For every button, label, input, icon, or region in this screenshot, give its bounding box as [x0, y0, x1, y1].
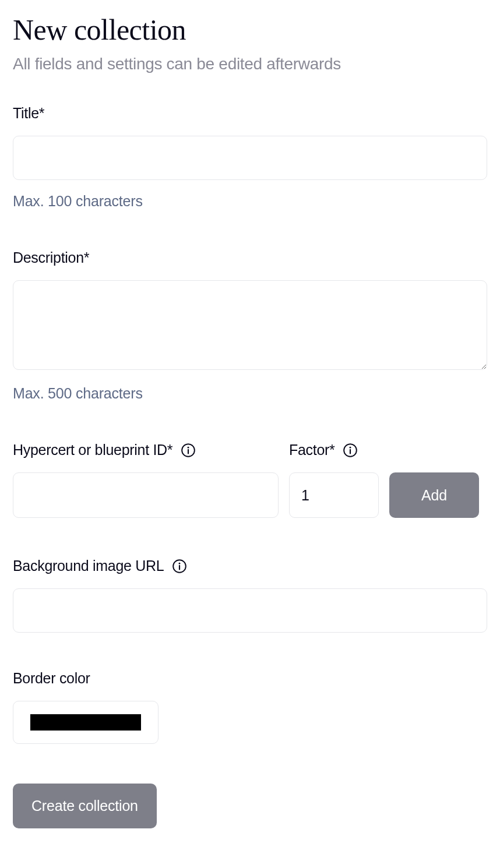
hypercert-label: Hypercert or blueprint ID* [13, 442, 196, 458]
hypercert-input[interactable] [13, 472, 279, 518]
add-button[interactable]: Add [389, 472, 479, 518]
create-collection-button[interactable]: Create collection [13, 784, 157, 828]
description-input[interactable] [13, 280, 487, 370]
field-group-description: Description* Max. 500 characters [13, 249, 487, 402]
background-url-label-text: Background image URL [13, 558, 164, 574]
factor-input[interactable] [289, 472, 379, 518]
border-color-input-wrapper[interactable] [13, 701, 159, 744]
info-icon[interactable] [181, 443, 196, 458]
title-label: Title* [13, 105, 44, 122]
border-color-label: Border color [13, 670, 90, 687]
description-helper: Max. 500 characters [13, 385, 487, 402]
svg-point-1 [188, 446, 189, 448]
field-group-title: Title* Max. 100 characters [13, 105, 487, 210]
hypercert-label-text: Hypercert or blueprint ID* [13, 442, 172, 458]
factor-label: Factor* [289, 442, 358, 458]
background-url-label: Background image URL [13, 558, 187, 574]
description-label: Description* [13, 249, 89, 266]
info-icon[interactable] [172, 559, 187, 574]
title-input[interactable] [13, 136, 487, 180]
background-url-input[interactable] [13, 588, 487, 633]
page-subtitle: All fields and settings can be edited af… [13, 55, 487, 73]
field-group-background-url: Background image URL [13, 558, 487, 633]
field-group-hypercert-factor: Hypercert or blueprint ID* Factor* [13, 442, 487, 518]
svg-point-4 [350, 446, 351, 448]
factor-label-text: Factor* [289, 442, 334, 458]
svg-point-7 [179, 562, 181, 564]
title-helper: Max. 100 characters [13, 193, 487, 210]
page-title: New collection [13, 13, 487, 47]
field-group-border-color: Border color [13, 670, 487, 744]
info-icon[interactable] [343, 443, 358, 458]
border-color-swatch[interactable] [30, 714, 141, 731]
